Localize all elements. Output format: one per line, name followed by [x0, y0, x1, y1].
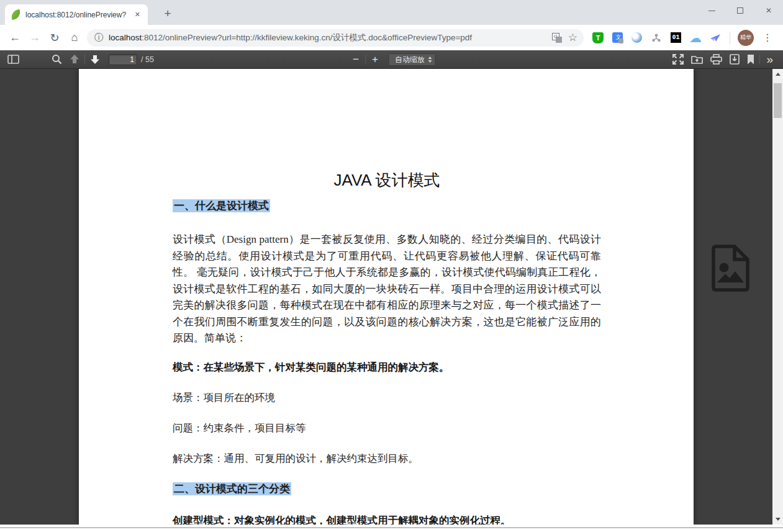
page-up-icon	[70, 55, 79, 64]
download-icon	[730, 54, 740, 65]
bold-definition-pattern: 模式：在某些场景下，针对某类问题的某种通用的解决方案。	[173, 359, 601, 376]
zoom-level-value: 自动缩放	[392, 55, 428, 65]
paragraph: 设计模式（Design pattern）是一套被反复使用、多数人知晓的、经过分类…	[173, 232, 601, 347]
section-heading-1: 一、什么是设计模式	[173, 199, 601, 214]
pdf-page: JAVA 设计模式 一、什么是设计模式 设计模式（Design pattern）…	[79, 69, 694, 525]
page-number-input[interactable]	[109, 54, 137, 65]
toolbar-separator	[365, 55, 366, 65]
presentation-mode-button[interactable]	[669, 52, 687, 67]
window-controls: ✕	[697, 0, 783, 21]
open-file-button[interactable]	[687, 52, 707, 67]
bottom-rule	[0, 527, 783, 528]
sitemap-extension-icon[interactable]	[651, 32, 662, 43]
fullscreen-icon	[672, 54, 684, 65]
url-text[interactable]: localhost:8012/onlinePreview?url=http://…	[109, 32, 546, 43]
tab-close-icon[interactable]: ✕	[132, 9, 143, 20]
pdf-toolbar-center: − + 自动缩放	[348, 50, 435, 69]
extensions-row: T 文 01 ☁	[592, 32, 721, 43]
line-scene: 场景：项目所在的环境	[173, 389, 601, 406]
search-button[interactable]	[48, 52, 66, 67]
maximize-icon	[737, 7, 743, 14]
cloud-extension-icon[interactable]: ☁	[690, 32, 701, 43]
zoom-in-button[interactable]: +	[367, 52, 383, 67]
sitemap-glyph	[651, 33, 661, 43]
open-file-icon	[691, 55, 703, 65]
address-bar: ← → ↻ ⌂ ⓘ localhost:8012/onlinePreview?u…	[0, 25, 783, 50]
translate-page-icon[interactable]: G	[552, 33, 562, 43]
page-info-icon[interactable]: ⓘ	[94, 32, 103, 43]
minimize-icon	[708, 11, 715, 11]
line-solution: 解决方案：通用、可复用的设计，解决约束达到目标。	[173, 450, 601, 467]
vertical-scrollbar[interactable]	[772, 69, 783, 525]
bottom-strip	[0, 525, 783, 532]
triangle-down-icon	[776, 518, 781, 521]
bird-extension-icon[interactable]	[710, 32, 721, 43]
document-title: JAVA 设计模式	[173, 169, 601, 191]
url-host: localhost	[109, 33, 142, 42]
omnibox[interactable]: ⓘ localhost:8012/onlinePreview?url=http:…	[87, 29, 584, 47]
pdf-toolbar-right: »	[669, 52, 783, 67]
swirl-extension-icon[interactable]	[631, 32, 642, 43]
image-placeholder-glyph	[708, 244, 753, 292]
chrome-menu-icon[interactable]: ⋮	[761, 32, 774, 43]
print-icon	[710, 54, 722, 65]
profile-avatar[interactable]: 精华	[738, 30, 754, 46]
scroll-up-arrow[interactable]	[772, 69, 783, 79]
new-tab-button[interactable]: +	[159, 6, 176, 23]
translate-badge-corner	[556, 37, 562, 43]
pdf-toolbar: / 55 − + 自动缩放	[0, 50, 783, 69]
scroll-down-arrow[interactable]	[772, 514, 783, 525]
toolbar-separator	[759, 55, 760, 65]
select-caret-icon	[428, 56, 432, 63]
back-button[interactable]: ←	[5, 28, 25, 48]
browser-tab[interactable]: localhost:8012/onlinePreview? ✕	[5, 4, 148, 25]
bookmark-button[interactable]	[743, 52, 758, 67]
toolbar-separator	[84, 55, 85, 65]
highlighted-text: 一、什么是设计模式	[173, 199, 270, 212]
pdf-viewer-area[interactable]: JAVA 设计模式 一、什么是设计模式 设计模式（Design pattern）…	[0, 69, 783, 525]
browser-window: localhost:8012/onlinePreview? ✕ + ✕ ← → …	[0, 0, 783, 532]
sidebar-toggle-button[interactable]	[4, 52, 23, 67]
tab-title: localhost:8012/onlinePreview?	[25, 11, 132, 19]
close-button[interactable]: ✕	[754, 0, 783, 21]
line-problem: 问题：约束条件，项目目标等	[173, 420, 601, 436]
page-down-button[interactable]	[86, 52, 104, 67]
bookmark-icon	[747, 55, 754, 65]
triangle-up-icon	[776, 73, 781, 76]
translate-extension-icon[interactable]: 文	[612, 32, 623, 43]
document-content: JAVA 设计模式 一、什么是设计模式 设计模式（Design pattern）…	[79, 69, 694, 525]
broken-image-icon	[708, 244, 753, 295]
bird-glyph	[710, 33, 721, 43]
minimize-button[interactable]	[697, 0, 726, 21]
more-tools-button[interactable]: »	[761, 53, 778, 66]
section-heading-2: 二、设计模式的三个分类	[173, 482, 601, 497]
zoom-out-button[interactable]: −	[348, 52, 364, 67]
page-down-icon	[90, 55, 100, 64]
download-button[interactable]	[726, 52, 743, 67]
highlighted-text: 二、设计模式的三个分类	[173, 482, 291, 495]
bookmark-star-icon[interactable]: ☆	[568, 31, 577, 44]
zero-one-extension-icon[interactable]: 01	[671, 32, 681, 43]
toolbar-divider	[730, 32, 730, 44]
tampermonkey-extension-icon[interactable]: T	[592, 32, 604, 43]
maximize-button[interactable]	[726, 0, 754, 21]
search-icon	[52, 54, 62, 65]
home-button[interactable]: ⌂	[65, 28, 84, 48]
reload-button[interactable]: ↻	[45, 28, 65, 48]
page-count-label: / 55	[141, 55, 154, 64]
bold-creational-pattern: 创建型模式：对象实例化的模式，创建型模式用于解耦对象的实例化过程。	[173, 512, 601, 525]
pdf-toolbar-left: / 55	[0, 52, 154, 67]
page-up-button[interactable]	[66, 52, 83, 67]
sidebar-toggle-icon	[7, 55, 19, 64]
forward-button[interactable]: →	[25, 28, 45, 48]
zoom-level-select[interactable]: 自动缩放	[388, 53, 435, 66]
url-path: :8012/onlinePreview?url=http://kkfilevie…	[142, 33, 472, 42]
print-button[interactable]	[707, 52, 726, 67]
tab-strip: localhost:8012/onlinePreview? ✕ + ✕	[0, 0, 783, 25]
spring-leaf-favicon	[11, 9, 21, 20]
scrollbar-thumb[interactable]	[774, 83, 782, 118]
